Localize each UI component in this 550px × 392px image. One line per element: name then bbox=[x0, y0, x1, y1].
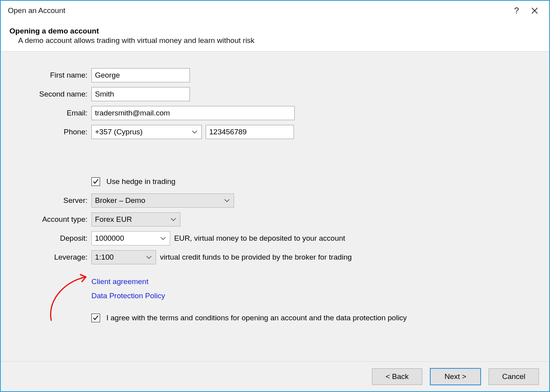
deposit-value: 1000000 bbox=[95, 234, 160, 243]
open-account-dialog: Open an Account ? Opening a demo account… bbox=[0, 0, 550, 392]
email-field[interactable] bbox=[91, 106, 295, 120]
first-name-field[interactable] bbox=[91, 68, 190, 82]
server-value: Broker – Demo bbox=[95, 196, 223, 205]
hedge-checkbox[interactable] bbox=[91, 177, 100, 186]
label-first-name: First name: bbox=[1, 71, 91, 80]
cancel-button[interactable]: Cancel bbox=[489, 368, 539, 385]
server-select[interactable]: Broker – Demo bbox=[91, 193, 234, 208]
leverage-select[interactable]: 1:100 bbox=[91, 250, 156, 264]
label-email: Email: bbox=[1, 109, 91, 117]
chevron-down-icon bbox=[191, 130, 198, 134]
chevron-down-icon bbox=[170, 217, 177, 221]
wizard-body: First name: Second name: Email: Phone: bbox=[1, 52, 549, 361]
close-icon[interactable] bbox=[526, 2, 544, 19]
wizard-subtitle: A demo account allows trading with virtu… bbox=[9, 36, 541, 45]
phone-country-value: +357 (Cyprus) bbox=[95, 128, 191, 136]
account-type-select[interactable]: Forex EUR bbox=[91, 212, 180, 227]
agree-checkbox[interactable] bbox=[91, 314, 100, 322]
deposit-combo[interactable]: 1000000 bbox=[91, 231, 170, 245]
client-agreement-link[interactable]: Client agreement bbox=[91, 277, 149, 286]
account-type-value: Forex EUR bbox=[95, 215, 170, 224]
chevron-down-icon bbox=[145, 255, 152, 259]
leverage-value: 1:100 bbox=[95, 253, 145, 262]
phone-country-select[interactable]: +357 (Cyprus) bbox=[91, 125, 202, 139]
label-account-type: Account type: bbox=[1, 215, 91, 224]
deposit-hint: EUR, virtual money to be deposited to yo… bbox=[174, 234, 345, 243]
account-form: First name: Second name: Email: Phone: bbox=[1, 66, 549, 327]
hedge-label[interactable]: Use hedge in trading bbox=[106, 177, 175, 186]
agree-label[interactable]: I agree with the terms and conditions fo… bbox=[106, 314, 407, 322]
second-name-field[interactable] bbox=[91, 87, 190, 101]
wizard-title: Opening a demo account bbox=[9, 27, 541, 35]
help-icon[interactable]: ? bbox=[507, 2, 526, 19]
label-deposit: Deposit: bbox=[1, 234, 91, 243]
back-button[interactable]: < Back bbox=[372, 368, 422, 385]
wizard-footer: < Back Next > Cancel bbox=[1, 361, 549, 391]
titlebar: Open an Account ? bbox=[1, 1, 549, 20]
data-protection-link[interactable]: Data Protection Policy bbox=[91, 292, 165, 300]
label-second-name: Second name: bbox=[1, 90, 91, 98]
label-leverage: Leverage: bbox=[1, 253, 91, 262]
window-title: Open an Account bbox=[8, 6, 507, 15]
next-button[interactable]: Next > bbox=[430, 368, 481, 385]
chevron-down-icon bbox=[223, 199, 230, 203]
leverage-hint: virtual credit funds to be provided by t… bbox=[160, 253, 352, 262]
label-server: Server: bbox=[1, 196, 91, 205]
phone-number-field[interactable] bbox=[206, 125, 294, 139]
label-phone: Phone: bbox=[1, 128, 91, 136]
chevron-down-icon bbox=[160, 236, 167, 240]
wizard-header: Opening a demo account A demo account al… bbox=[1, 20, 549, 52]
